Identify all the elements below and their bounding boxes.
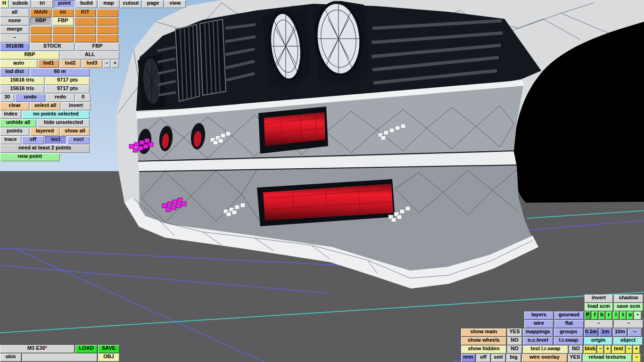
corner-dash-button[interactable]: – [633,354,641,362]
subob-slot-empty[interactable] [74,26,96,34]
subob-merge-button[interactable]: merge [0,26,29,34]
channel-t-button[interactable]: t [620,312,626,320]
lod3-button[interactable]: lod3 [82,60,102,68]
skin-button[interactable]: skin [0,354,21,362]
wire-button[interactable]: wire [524,320,553,328]
dash-button-2[interactable]: – [614,320,643,328]
subob-dash-button[interactable]: – [0,34,29,42]
grid-10m-button[interactable]: 10m [613,329,627,337]
gouraud-button[interactable]: gouraud [554,312,584,320]
hide-unselected-button[interactable]: hide unselected [37,119,90,127]
redo-button[interactable]: redo [46,94,74,102]
show-main-value[interactable]: YES [507,329,522,337]
menu-view[interactable]: view [165,0,186,8]
nrm-sml-button[interactable]: sml [491,354,505,362]
subob-main-button[interactable]: MAIN [30,9,51,17]
groups-button[interactable]: groups [554,329,583,337]
test-lr-swap-value[interactable]: NO [569,346,583,354]
wire-overlay-value[interactable]: YES [568,354,582,362]
blob-minus-button[interactable]: – [597,346,603,354]
layered-button[interactable]: layered [30,128,59,136]
text-minus-button[interactable]: – [626,346,632,354]
flat-button[interactable]: flat [554,320,584,328]
subob-none-button[interactable]: none [0,17,29,25]
trace-excl-button[interactable]: excl [67,136,90,144]
subob-slot-empty[interactable] [30,26,51,34]
menu-tri[interactable]: tri [32,0,53,8]
text-button[interactable]: text [612,346,625,354]
menu-subob[interactable]: subob [9,0,31,8]
subob-slot-empty[interactable] [97,17,118,25]
layers-button[interactable]: layers [524,312,553,320]
new-point-button[interactable]: new point [0,153,60,161]
lod-minus-button[interactable]: – [103,60,110,68]
subob-slot-empty[interactable] [52,34,74,42]
save-button[interactable]: SAVE [98,345,119,353]
select-all-button[interactable]: select all [30,102,60,110]
invert-shadow-button[interactable]: invert [585,295,613,303]
menu-build[interactable]: build [76,0,97,8]
subob-int-button[interactable]: int [52,9,74,17]
subob-kit-button[interactable]: KIT [74,9,96,17]
channel-l-button[interactable]: l [613,312,619,320]
invert-selection-button[interactable]: invert [61,102,91,110]
points-button[interactable]: points [0,128,29,136]
show-wheels-value[interactable]: NO [507,337,522,345]
subob-fbp-button[interactable]: FBP [52,17,74,25]
unhide-all-button[interactable]: unhide all [0,119,36,127]
trace-incl-button[interactable]: incl [45,136,66,144]
undo-button[interactable]: undo [15,94,45,102]
lod-auto-button[interactable]: auto [0,60,37,68]
mappings-button[interactable]: mappings [523,329,553,337]
obj-button[interactable]: OBJ [98,354,119,362]
fbp-wide-button[interactable]: FBP [75,43,119,51]
all-wide-button[interactable]: ALL [60,51,119,59]
grid-1m-button[interactable]: 1m [599,329,612,337]
lr-swap-button[interactable]: l.r.swap [554,337,583,345]
nrm-button[interactable]: nrm [461,354,475,362]
subob-slot-empty[interactable] [97,26,118,34]
grid-dash-button[interactable]: – [628,329,642,337]
shadow-button[interactable]: shadow [614,295,643,303]
blob-button[interactable]: blob [584,346,596,354]
channel-dot-button[interactable]: • [634,312,641,320]
nrm-big-button[interactable]: big [506,354,521,362]
skin-name-field[interactable] [22,354,97,362]
channel-b-button[interactable]: b [599,312,605,320]
save-scm-button[interactable]: save scm [614,303,643,311]
lod-plus-button[interactable]: + [111,60,119,68]
lod1-button[interactable]: lod1 [38,60,59,68]
subob-all-button[interactable]: all [0,9,29,17]
show-main-button[interactable]: show main [461,329,506,337]
reload-textures-button[interactable]: reload textures [583,354,632,362]
channel-f-button[interactable]: f [592,312,598,320]
menu-cutout[interactable]: cutout [120,0,141,8]
show-wheels-button[interactable]: show wheels [461,337,506,345]
menu-point[interactable]: point [54,0,75,8]
subob-slot-empty[interactable] [97,9,118,17]
dash-button-1[interactable]: – [585,320,613,328]
nrm-off-button[interactable]: off [476,354,490,362]
stock-button[interactable]: STOCK [30,43,74,51]
origin-button[interactable]: origin [584,337,612,345]
object-id-field[interactable]: 30183B [0,43,29,51]
trace-button[interactable]: trace [0,136,21,144]
lod-dist-value[interactable]: 60 m [30,68,90,76]
object-button[interactable]: object [613,337,643,345]
load-button[interactable]: LOAD [75,345,97,353]
subob-slot-empty[interactable] [30,34,51,42]
rbp-wide-button[interactable]: RBP [0,51,59,59]
lod2-button[interactable]: lod2 [60,60,81,68]
subob-slot-empty[interactable] [74,34,96,42]
clear-button[interactable]: clear [0,102,29,110]
show-hidden-button[interactable]: show hidden [461,346,506,354]
subob-rbp-button[interactable]: RBP [30,17,51,25]
show-hidden-value[interactable]: NO [507,346,522,354]
channel-u-button[interactable]: u [627,312,633,320]
grid-01m-button[interactable]: 0.1m [584,329,598,337]
nc-level-button[interactable]: n.c.level [523,337,553,345]
channel-p-button[interactable]: P [585,312,591,320]
subob-slot-empty[interactable] [97,34,118,42]
menu-map[interactable]: map [98,0,119,8]
subob-slot-empty[interactable] [74,17,96,25]
